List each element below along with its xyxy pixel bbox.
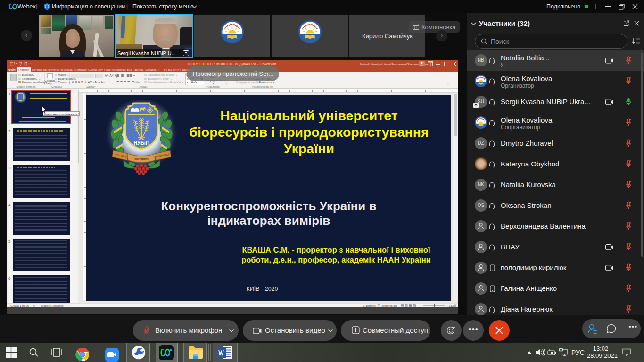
svg-text:1898: 1898: [139, 146, 144, 148]
svg-text:НУБіП: НУБіП: [133, 140, 149, 146]
svg-text:PROGREDI: PROGREDI: [134, 158, 149, 161]
